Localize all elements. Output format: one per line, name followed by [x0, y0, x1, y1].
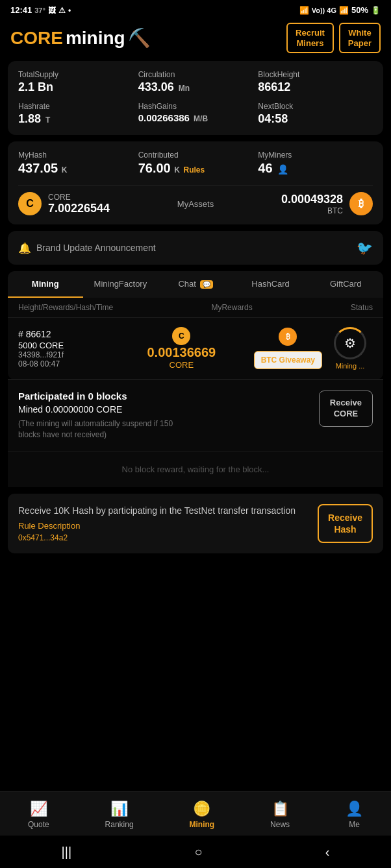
announcement-bar: 🔔 Brand Update Announcement 🐦 — [8, 231, 383, 265]
tab-miningfactory[interactable]: MiningFactory — [83, 271, 158, 298]
core-coin-icon: C — [18, 192, 42, 215]
my-miners-label: MyMiners — [258, 151, 373, 160]
mining-content-area: Height/Rewards/Hash/Time MyRewards Statu… — [8, 298, 383, 380]
btc-coin-icon: ₿ — [349, 192, 373, 215]
home-button[interactable]: ○ — [194, 845, 202, 860]
circulation-value: 433.06 Mn — [138, 80, 253, 94]
block-number: # 86612 — [18, 329, 109, 339]
receive-hash-address[interactable]: 0x5471...34a2 — [18, 533, 296, 542]
battery-icon: 🔋 — [371, 6, 381, 15]
hash-id: 34398...f921f — [18, 350, 109, 359]
mining-spinner: ⚙ — [334, 327, 366, 359]
column-headers: Height/Rewards/Hash/Time MyRewards Statu… — [8, 298, 383, 318]
next-block-stat: NextBlock 04:58 — [258, 102, 373, 126]
btc-asset-amount: 0.00049328 — [281, 193, 343, 206]
warning-icon: ⚠ — [58, 6, 66, 15]
circulation-label: Circulation — [138, 70, 253, 79]
mining-block-info: # 86612 5000 CORE 34398...f921f 08-08 00… — [18, 329, 109, 368]
rule-description-link[interactable]: Rule Description — [18, 521, 296, 531]
mining-nav-icon: 🪙 — [193, 801, 210, 817]
hash-gains-value: 0.00266386 M/B — [138, 112, 253, 123]
status-bar: 12:41 37° 🖼 ⚠ • 📶 Vo)) 4G 📶 50% 🔋 — [0, 0, 391, 18]
tab-chat[interactable]: Chat 💬 — [158, 271, 233, 298]
nav-news[interactable]: 📋 News — [260, 798, 300, 832]
recent-apps-button[interactable]: ||| — [62, 845, 72, 860]
my-hash-stat: MyHash 437.05 K — [18, 151, 133, 176]
twitter-icon[interactable]: 🐦 — [357, 240, 373, 256]
stats-grid: TotalSupply 2.1 Bn Circulation 433.06 Mn… — [18, 70, 373, 126]
logo-core: CORE — [10, 28, 63, 49]
suspension-note: (The mining will automatically suspend i… — [18, 418, 174, 440]
stats-card: TotalSupply 2.1 Bn Circulation 433.06 Mn… — [8, 61, 383, 135]
dot-icon: • — [68, 6, 71, 15]
nav-ranking[interactable]: 📊 Ranking — [95, 798, 144, 832]
recruit-miners-button[interactable]: RecruitMiners — [286, 23, 334, 53]
header: CORE mining ⛏️ RecruitMiners WhitePaper — [0, 18, 391, 61]
col-header-3: Status — [351, 303, 373, 312]
participated-title: Participated in 0 blocks — [18, 391, 174, 402]
assets-row: C CORE 7.00226544 MyAssets 0.00049328 BT… — [18, 185, 373, 215]
contributed-stat: Contributed 76.00 K Rules — [138, 151, 253, 176]
next-block-label: NextBlock — [258, 102, 373, 111]
my-hash-value: 437.05 K — [18, 161, 133, 176]
core-reward-amount: 0.00136669 — [147, 345, 216, 360]
hash-gains-label: HashGains — [138, 102, 253, 111]
nav-quote[interactable]: 📈 Quote — [18, 798, 60, 832]
mining-reward-area: C 0.00136669 CORE — [114, 327, 249, 370]
me-icon: 👤 — [346, 801, 363, 817]
chat-badge: 💬 — [200, 280, 213, 289]
wifi-icon: 📶 — [299, 6, 309, 15]
core-asset: C CORE 7.00226544 — [18, 192, 110, 215]
my-hash-label: MyHash — [18, 151, 133, 160]
block-height-label: BlockHeight — [258, 70, 373, 79]
hashrate-value: 1.88 T — [18, 112, 133, 126]
receive-core-button[interactable]: ReceiveCORE — [319, 391, 373, 427]
core-reward-icon: C — [172, 327, 190, 345]
rules-link[interactable]: Rules — [184, 165, 205, 175]
hash-card: MyHash 437.05 K Contributed 76.00 K Rule… — [8, 141, 383, 224]
receive-hash-button[interactable]: ReceiveHash — [318, 504, 373, 543]
receive-hash-info: Receive 10K Hash by participating in the… — [18, 505, 296, 543]
receive-hash-block: Receive 10K Hash by participating in the… — [8, 494, 383, 553]
system-nav-bar: ||| ○ ‹ — [0, 836, 391, 868]
participated-block: Participated in 0 blocks Mined 0.0000000… — [8, 380, 383, 451]
tab-giftcard[interactable]: GiftCard — [308, 271, 383, 298]
back-button[interactable]: ‹ — [325, 845, 330, 860]
tab-hashcard[interactable]: HashCard — [233, 271, 309, 298]
image-icon: 🖼 — [48, 6, 56, 15]
logo-emoji: ⛏️ — [128, 27, 151, 49]
block-time: 08-08 00:47 — [18, 359, 109, 368]
col-header-1: Height/Rewards/Hash/Time — [18, 303, 113, 312]
my-miners-value: 46 👤 — [258, 161, 373, 176]
mining-nav-label: Mining — [190, 820, 215, 829]
total-supply-value: 2.1 Bn — [18, 80, 133, 94]
next-block-value: 04:58 — [258, 112, 373, 126]
tab-mining[interactable]: Mining — [8, 271, 83, 298]
col-header-2: MyRewards — [211, 303, 252, 312]
contributed-value: 76.00 K Rules — [138, 161, 253, 176]
mining-row: # 86612 5000 CORE 34398...f921f 08-08 00… — [8, 318, 383, 380]
mining-status-text: Mining ... — [336, 362, 365, 370]
nav-me[interactable]: 👤 Me — [335, 798, 373, 832]
receive-hash-title: Receive 10K Hash by participating in the… — [18, 505, 296, 518]
hashrate-label: Hashrate — [18, 102, 133, 111]
announcement-left: 🔔 Brand Update Announcement — [18, 242, 156, 254]
hashrate-stat: Hashrate 1.88 T — [18, 102, 133, 126]
me-label: Me — [349, 820, 360, 829]
btc-giveaway-button[interactable]: BTC Giveaway — [254, 351, 322, 369]
white-paper-button[interactable]: WhitePaper — [339, 23, 381, 53]
core-asset-label: CORE — [48, 193, 110, 202]
btc-giveaway-area: ₿ BTC Giveaway — [254, 328, 322, 369]
ranking-label: Ranking — [105, 820, 134, 829]
logo-mining: mining — [66, 28, 125, 49]
total-supply-label: TotalSupply — [18, 70, 133, 79]
quote-icon: 📈 — [30, 801, 47, 817]
nav-mining[interactable]: 🪙 Mining — [179, 798, 225, 832]
battery-text: 50% — [351, 5, 368, 15]
core-reward-label: CORE — [170, 360, 194, 370]
no-reward-area: No block reward, waiting for the block..… — [8, 451, 383, 487]
miners-icon: 👤 — [277, 164, 288, 175]
signal-icon: Vo)) 4G — [312, 6, 336, 14]
total-supply-stat: TotalSupply 2.1 Bn — [18, 70, 133, 94]
my-miners-stat: MyMiners 46 👤 — [258, 151, 373, 176]
